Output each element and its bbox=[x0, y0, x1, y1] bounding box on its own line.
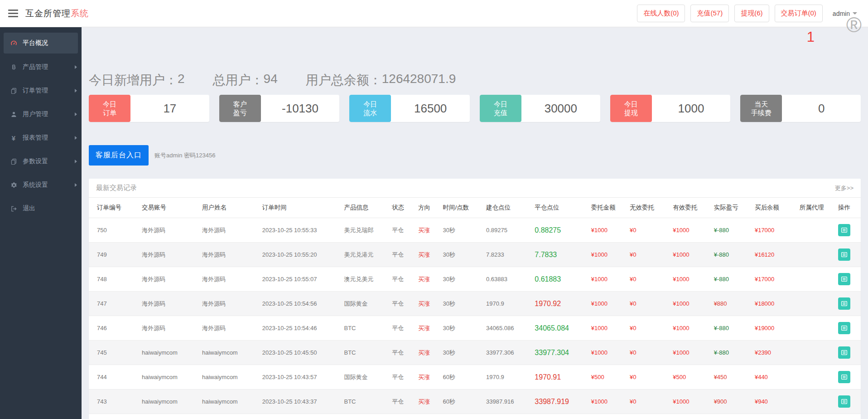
cell-status: 平仓 bbox=[388, 292, 415, 316]
sidebar-item-logout[interactable]: 退出 bbox=[0, 197, 82, 220]
cell-balance-after: ¥18000 bbox=[751, 292, 796, 316]
cell-actual-pnl: ¥450 bbox=[710, 365, 751, 390]
cell-order-amount: ¥1000 bbox=[588, 390, 626, 414]
cell-agent bbox=[796, 341, 834, 365]
cell-agent bbox=[796, 390, 834, 414]
cell-close-point: 34065.084 bbox=[531, 316, 587, 341]
transactions-body: 750 海外源码 海外源码 2023-10-25 10:55:33 美元兑瑞郎 … bbox=[89, 218, 861, 419]
cell-actions bbox=[834, 267, 861, 292]
cell-actual-pnl: ¥900 bbox=[710, 390, 751, 414]
cell-agent bbox=[796, 243, 834, 267]
cell-product-info: BTC bbox=[340, 341, 388, 365]
online-users-button[interactable]: 在线人数(0) bbox=[637, 5, 685, 22]
cell-close-point: 33987.919 bbox=[531, 390, 587, 414]
sidebar-item-report-management[interactable]: ¥ 报表管理 bbox=[0, 126, 82, 150]
order-detail-button[interactable] bbox=[838, 273, 850, 285]
cell-status: 平仓 bbox=[388, 316, 415, 341]
cell-product-info: BTC bbox=[340, 316, 388, 341]
cell-close-point: 1970.92 bbox=[531, 292, 587, 316]
customer-service-backend-button[interactable]: 客服后台入口 bbox=[89, 145, 149, 166]
sidebar-item-product-management[interactable]: 产品管理 bbox=[0, 55, 82, 79]
list-detail-icon bbox=[841, 276, 848, 283]
cell-trade-account: 海外源码 bbox=[138, 267, 198, 292]
recharge-button[interactable]: 充值(57) bbox=[690, 5, 729, 22]
sidebar-nav: 平台概况 产品管理 订单管理 用户管理 ¥ 报表管理 参数设置 bbox=[0, 27, 82, 419]
list-detail-icon bbox=[841, 374, 848, 380]
cell-open-point: 33987.916 bbox=[482, 390, 531, 414]
cell-invalid-amount: ¥0 bbox=[626, 316, 669, 341]
cell-trade-account: 海外源码 bbox=[138, 218, 198, 243]
sidebar-item-order-management[interactable]: 订单管理 bbox=[0, 79, 82, 102]
cell-duration: 30秒 bbox=[439, 218, 482, 243]
sidebar-item-user-management[interactable]: 用户管理 bbox=[0, 102, 82, 126]
card-label: 今日订单 bbox=[89, 95, 130, 122]
card-customer-pnl: 客户盈亏 -10130 bbox=[219, 95, 340, 122]
sidebar-item-label: 参数设置 bbox=[23, 157, 48, 166]
order-detail-button[interactable] bbox=[838, 248, 850, 261]
logout-icon bbox=[9, 205, 18, 212]
cell-actions bbox=[834, 218, 861, 243]
stat-total-balance: 用户总余额： 126428071.9 bbox=[306, 72, 456, 89]
menu-toggle-icon[interactable] bbox=[8, 10, 18, 17]
corner-badge: 1 bbox=[807, 29, 815, 45]
sidebar-item-parameter-settings[interactable]: 参数设置 bbox=[0, 150, 82, 173]
cell-user-name: 海外源码 bbox=[198, 267, 259, 292]
cell-valid-amount: ¥1000 bbox=[669, 267, 710, 292]
col-direction: 方向 bbox=[415, 198, 439, 218]
list-detail-icon bbox=[841, 349, 848, 356]
cell-user-name: 海外源码 bbox=[198, 292, 259, 316]
card-value: -10130 bbox=[261, 95, 340, 122]
order-detail-button[interactable] bbox=[838, 371, 850, 383]
cell-product-info: 美元兑港元 bbox=[340, 414, 388, 419]
col-trade-account: 交易账号 bbox=[138, 198, 198, 218]
card-label: 今日提现 bbox=[610, 95, 652, 122]
dashboard-gauge-icon bbox=[9, 39, 18, 47]
cell-order-id: 746 bbox=[89, 316, 138, 341]
cell-order-id: 748 bbox=[89, 267, 138, 292]
cell-trade-account: haiwaiymcom bbox=[138, 341, 198, 365]
cell-actual-pnl: ¥-880 bbox=[710, 243, 751, 267]
col-actual-pnl: 实际盈亏 bbox=[710, 198, 751, 218]
col-valid-amount: 有效委托 bbox=[669, 198, 710, 218]
table-row: 750 海外源码 海外源码 2023-10-25 10:55:33 美元兑瑞郎 … bbox=[89, 218, 861, 243]
cell-status: 平仓 bbox=[388, 218, 415, 243]
stat-new-users-today: 今日新增用户： 2 bbox=[89, 72, 185, 89]
withdraw-button[interactable]: 提现(6) bbox=[734, 5, 769, 22]
cell-invalid-amount: ¥0 bbox=[626, 267, 669, 292]
cell-duration: 30秒 bbox=[439, 316, 482, 341]
order-detail-button[interactable] bbox=[838, 346, 850, 359]
order-detail-button[interactable] bbox=[838, 322, 850, 334]
list-detail-icon bbox=[841, 325, 848, 331]
order-detail-button[interactable] bbox=[838, 395, 850, 408]
trade-orders-button[interactable]: 交易订单(0) bbox=[775, 5, 823, 22]
card-value: 16500 bbox=[391, 95, 470, 122]
cell-agent bbox=[796, 316, 834, 341]
sidebar-item-platform-overview[interactable]: 平台概况 bbox=[4, 33, 78, 54]
cell-trade-account: haiwaiymcom bbox=[138, 414, 198, 419]
cell-balance-after: ¥17000 bbox=[751, 267, 796, 292]
cell-invalid-amount: ¥0 bbox=[626, 218, 669, 243]
cell-valid-amount: ¥1000 bbox=[669, 243, 710, 267]
more-link[interactable]: 更多>> bbox=[835, 184, 854, 192]
cell-invalid-amount: ¥0 bbox=[626, 341, 669, 365]
cell-invalid-amount: ¥0 bbox=[626, 365, 669, 390]
cell-open-point: 0.89275 bbox=[482, 218, 531, 243]
stat-total-users: 总用户： 94 bbox=[213, 72, 278, 89]
cell-agent bbox=[796, 292, 834, 316]
table-row: 742 haiwaiymcom haiwaiymcom 2023-10-25 1… bbox=[89, 414, 861, 419]
user-icon bbox=[9, 111, 18, 118]
col-balance-after: 买后余额 bbox=[751, 198, 796, 218]
order-detail-button[interactable] bbox=[838, 224, 850, 236]
cell-direction: 买涨 bbox=[415, 218, 439, 243]
documents-icon bbox=[9, 158, 18, 165]
sidebar-item-system-settings[interactable]: 系统设置 bbox=[0, 173, 82, 197]
card-label: 今日充值 bbox=[480, 95, 521, 122]
cell-agent bbox=[796, 414, 834, 419]
cell-order-time: 2023-10-25 10:43:27 bbox=[259, 414, 341, 419]
order-detail-button[interactable] bbox=[838, 297, 850, 310]
cell-duration: 30秒 bbox=[439, 292, 482, 316]
col-invalid-amount: 无效委托 bbox=[626, 198, 669, 218]
cell-agent bbox=[796, 218, 834, 243]
cell-actions bbox=[834, 390, 861, 414]
cell-actual-pnl: ¥-880 bbox=[710, 341, 751, 365]
